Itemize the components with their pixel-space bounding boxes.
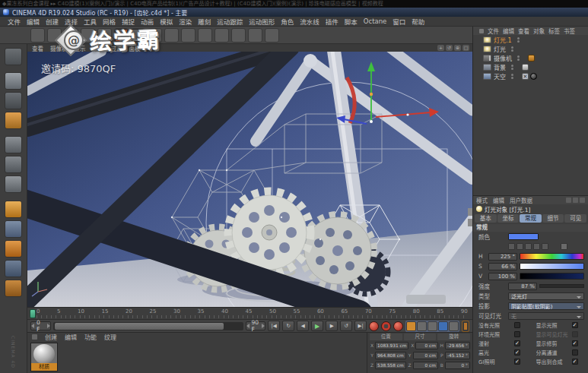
section-header[interactable]: 常规 <box>473 224 588 232</box>
checkbox[interactable]: ✓ <box>514 340 520 346</box>
checkbox[interactable] <box>572 331 578 337</box>
menu-item[interactable]: 文件 <box>8 17 21 26</box>
polygons-mode-icon[interactable] <box>5 175 22 193</box>
object-row[interactable]: 天空 ✕ <box>473 71 588 81</box>
prev-frame-button[interactable]: ◀ <box>297 321 309 331</box>
window-titlebar[interactable]: CINEMA 4D R19.024 Studio (RC - R19) - [齿… <box>0 8 588 17</box>
menu-item[interactable]: 运动跟踪 <box>217 17 243 26</box>
menu-item[interactable]: 渲染 <box>179 17 192 26</box>
attribute-tab[interactable]: 细节 <box>542 214 564 223</box>
subdivision-surface-icon[interactable] <box>181 28 195 43</box>
checkbox[interactable] <box>514 322 520 328</box>
timeline-scrollbar[interactable] <box>53 322 243 330</box>
menu-item[interactable]: 脚本 <box>345 17 358 26</box>
light-type-dropdown[interactable]: 泛光灯 <box>508 292 584 300</box>
record-keyframe-button[interactable] <box>369 321 379 331</box>
color-swatch[interactable] <box>508 233 539 240</box>
hue-field[interactable]: 225 ° <box>488 253 517 261</box>
next-frame-button[interactable]: ▶ <box>326 321 338 331</box>
points-mode-icon[interactable] <box>5 136 22 153</box>
am-menu-userdata[interactable]: 用户数据 <box>510 196 532 204</box>
xpresso-tag-icon[interactable]: ✕ <box>522 73 529 80</box>
pos-y-field[interactable]: 964.808 cm <box>375 352 406 359</box>
size-y-field[interactable]: 0 cm <box>413 352 438 359</box>
visibility-toggles[interactable] <box>511 65 513 70</box>
checkbox[interactable]: ✓ <box>514 359 520 365</box>
om-menu-view[interactable]: 查看 <box>518 27 529 35</box>
autokey-button[interactable] <box>381 321 391 331</box>
visibility-toggles[interactable] <box>517 37 520 43</box>
viewport-solo-icon[interactable] <box>5 220 22 238</box>
rotation-toggle[interactable] <box>427 321 437 331</box>
menu-item[interactable]: 插件 <box>326 17 338 26</box>
start-frame-field[interactable]: 0 F <box>30 321 51 330</box>
rot-b-field[interactable]: 0 ° <box>445 362 470 369</box>
pla-toggle[interactable] <box>449 321 459 331</box>
object-name[interactable]: 灯光.1 <box>494 36 512 44</box>
spin-down-icon[interactable] <box>246 324 250 328</box>
size-z-field[interactable]: 0 cm <box>413 362 438 369</box>
enable-snap-icon[interactable] <box>5 240 22 258</box>
object-name[interactable]: 灯光 <box>494 45 506 53</box>
visibility-toggles[interactable] <box>517 55 520 61</box>
menu-item[interactable]: 帮助 <box>412 17 424 26</box>
end-frame-field[interactable]: 90 F <box>246 321 266 330</box>
menu-item[interactable]: 编辑 <box>27 17 40 26</box>
workplane-lock-icon[interactable] <box>5 260 22 277</box>
cube-primitive-icon[interactable] <box>148 28 162 43</box>
texture-tag-icon[interactable] <box>530 73 537 80</box>
workplane-mode-icon[interactable] <box>5 112 22 129</box>
timeline-scroll-handle[interactable] <box>55 323 224 330</box>
timeline-playhead[interactable] <box>30 309 36 318</box>
lock-icon[interactable] <box>580 198 585 203</box>
am-menu-mode[interactable]: 模式 <box>476 196 488 204</box>
screen-picker-icon[interactable] <box>561 243 567 250</box>
hue-gradient-bar[interactable] <box>520 253 584 260</box>
menu-item[interactable]: 流水线 <box>300 17 319 26</box>
saturation-field[interactable]: 66 % <box>488 263 517 270</box>
floor-object-icon[interactable] <box>231 28 246 43</box>
attribute-tab[interactable]: 可见 <box>564 214 586 223</box>
spin-down-icon[interactable] <box>31 324 34 328</box>
keyframe-selection-button[interactable] <box>462 321 469 332</box>
camera-object-icon[interactable] <box>248 28 262 43</box>
play-button[interactable]: ▶ <box>311 321 323 331</box>
om-menu-objects[interactable]: 对象 <box>533 27 545 35</box>
color-picker-icon[interactable] <box>542 243 548 250</box>
object-name[interactable]: 背景 <box>494 63 506 71</box>
checkbox[interactable] <box>514 331 520 337</box>
pan-view-icon[interactable]: + <box>437 45 444 51</box>
checkbox[interactable]: ✓ <box>572 322 578 328</box>
color-wheel-icon[interactable] <box>533 243 540 250</box>
visibility-toggles[interactable] <box>511 74 513 79</box>
intensity-slider[interactable] <box>539 284 584 288</box>
rgb-sliders-icon[interactable] <box>516 243 523 250</box>
spin-up-icon[interactable] <box>47 324 50 328</box>
vp-menu-options[interactable]: 选项 <box>93 44 104 52</box>
vp-menu-view[interactable]: 查看 <box>32 44 43 52</box>
menu-item[interactable]: 捕捉 <box>122 17 135 26</box>
render-view-icon[interactable] <box>97 28 112 43</box>
object-name[interactable]: 天空 <box>494 72 506 81</box>
om-menu-file[interactable]: 文件 <box>488 27 499 35</box>
object-row[interactable]: 灯光 <box>473 44 588 53</box>
menu-item[interactable]: 窗口 <box>393 17 405 26</box>
record-options-button[interactable] <box>393 321 403 331</box>
rot-p-field[interactable]: -45.152 ° <box>445 352 470 359</box>
checkbox[interactable] <box>572 349 578 356</box>
om-menu-bookmarks[interactable]: 书签 <box>564 27 575 35</box>
play-backwards-button[interactable]: ↻ <box>282 321 294 331</box>
attribute-tab[interactable]: 基本 <box>475 214 497 223</box>
visibility-toggles[interactable] <box>511 46 513 52</box>
redo-icon[interactable] <box>47 28 62 43</box>
light-object-icon[interactable] <box>265 28 279 43</box>
texture-mode-icon[interactable] <box>5 92 22 109</box>
zoom-view-icon[interactable]: ⊕ <box>454 45 461 51</box>
menu-item[interactable]: 动画 <box>141 17 154 26</box>
coord-system-icon[interactable] <box>81 28 95 43</box>
mograph-object-icon[interactable] <box>198 28 212 43</box>
checkbox[interactable]: ✓ <box>572 359 578 365</box>
checkbox[interactable]: ✓ <box>572 340 578 346</box>
coord-z-icon[interactable] <box>64 28 78 43</box>
size-x-field[interactable]: 0 cm <box>415 342 438 349</box>
